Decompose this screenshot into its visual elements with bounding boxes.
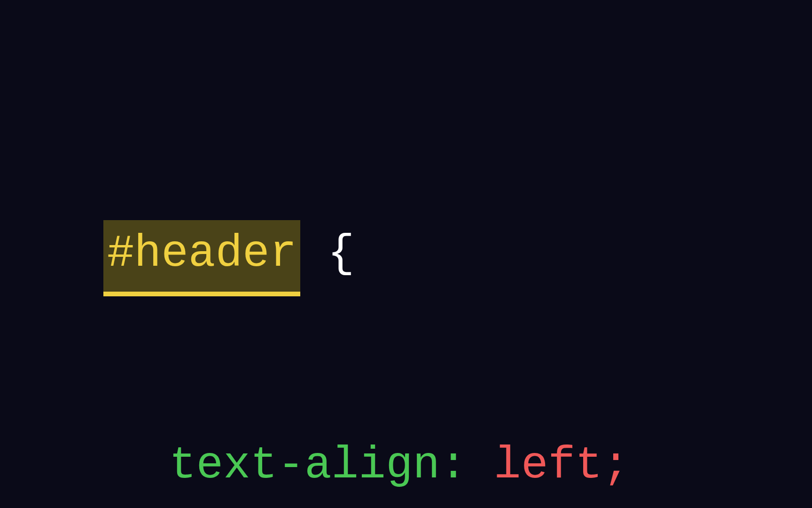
property-name: text-align <box>169 440 440 491</box>
property-value: left <box>494 440 602 491</box>
open-brace: { <box>300 228 354 279</box>
declaration-line-1[interactable]: text-align: left; <box>103 432 709 500</box>
colon: : <box>440 440 494 491</box>
css-code-block[interactable]: #header { text-align: left; color: black… <box>103 85 709 508</box>
selector-line[interactable]: #header { <box>103 220 709 296</box>
css-selector[interactable]: #header <box>103 220 300 296</box>
semicolon: ; <box>602 440 630 491</box>
